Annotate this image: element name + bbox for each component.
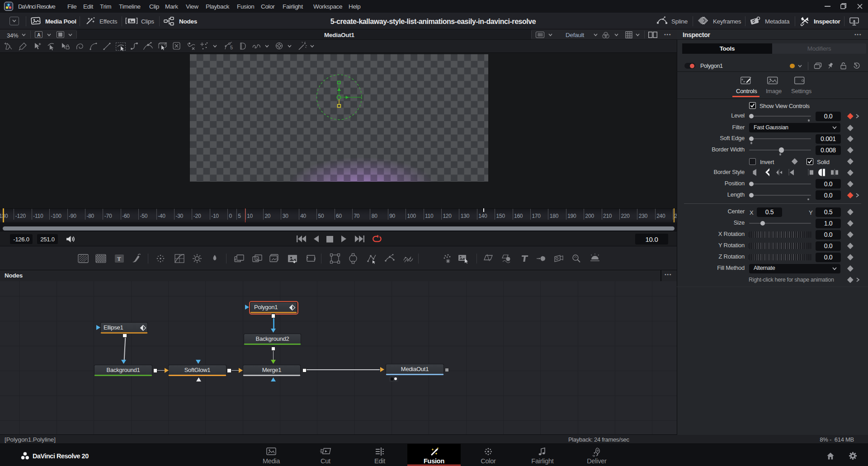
svg-text:5: 5: [230, 45, 233, 50]
svg-text:T: T: [117, 255, 121, 262]
